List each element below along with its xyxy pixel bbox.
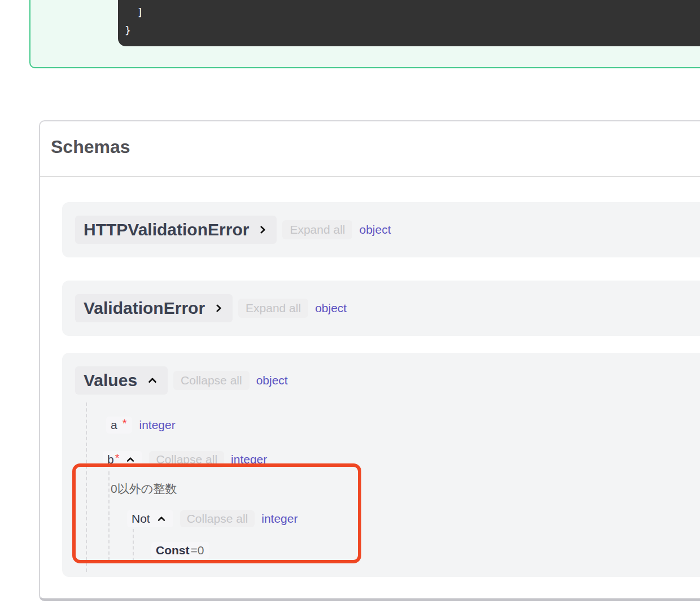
property-label: a xyxy=(111,418,117,432)
required-star: * xyxy=(123,417,127,430)
response-example-panel: ] } xyxy=(29,0,700,68)
property-type-label: integer xyxy=(231,453,267,466)
schemas-section: Schemas HTTPValidationError Expand all o… xyxy=(39,120,700,601)
const-value: =0 xyxy=(191,544,204,557)
chevron-right-icon xyxy=(257,223,268,237)
model-row: ValidationError Expand all object xyxy=(62,281,700,336)
model-type-label: object xyxy=(315,301,347,315)
schemas-section-title: Schemas xyxy=(51,137,130,157)
model-accordion-httpvalidationerror[interactable]: HTTPValidationError xyxy=(75,216,277,244)
keyword-type-label: integer xyxy=(261,512,298,526)
model-type-label: object xyxy=(359,223,391,237)
model-type-label: object xyxy=(256,374,288,387)
chevron-right-icon xyxy=(213,301,224,315)
response-code-text: ] } xyxy=(118,0,700,40)
model-accordion-validationerror[interactable]: ValidationError xyxy=(75,294,233,322)
property-row-a: a* integer xyxy=(106,415,700,435)
property-label: b xyxy=(107,453,114,466)
code-line-1: ] xyxy=(125,6,143,18)
expand-all-button[interactable]: Expand all xyxy=(238,299,308,318)
required-star: * xyxy=(115,452,120,465)
model-name: Values xyxy=(84,369,137,392)
model-row: HTTPValidationError Expand all object xyxy=(62,202,700,257)
property-description: 0以外の整数 xyxy=(111,480,700,497)
const-keyword-label: Const xyxy=(156,544,190,557)
collapse-all-button[interactable]: Collapse all xyxy=(149,451,224,468)
expand-all-button[interactable]: Expand all xyxy=(282,220,352,239)
page: ] } Schemas HTTPValidationError Expand a… xyxy=(0,0,700,604)
collapse-all-button[interactable]: Collapse all xyxy=(180,510,255,527)
property-name-a: a* xyxy=(106,417,132,434)
schemas-header: Schemas xyxy=(40,121,700,177)
model-card-values: Values Collapse all object a* integer b* xyxy=(62,353,700,577)
model-card-httpvalidationerror: HTTPValidationError Expand all object xyxy=(62,202,700,257)
chevron-up-icon xyxy=(146,375,159,386)
collapse-all-button[interactable]: Collapse all xyxy=(173,371,250,390)
const-keyword-row: Const=0 xyxy=(151,541,700,560)
code-line-2: } xyxy=(125,24,131,36)
property-accordion-b[interactable]: b* xyxy=(103,451,142,468)
model-card-validationerror: ValidationError Expand all object xyxy=(62,281,700,336)
tree-guide-level-3 xyxy=(133,529,134,561)
chevron-up-icon xyxy=(124,454,137,465)
not-accordion[interactable]: Not xyxy=(127,510,173,527)
property-type-label: integer xyxy=(139,418,175,432)
not-keyword-row: Not Collapse all integer xyxy=(127,509,700,528)
model-name: ValidationError xyxy=(84,297,205,319)
model-name: HTTPValidationError xyxy=(84,218,249,241)
const-chip: Const=0 xyxy=(151,542,209,559)
chevron-up-icon xyxy=(155,514,168,524)
model-accordion-values[interactable]: Values xyxy=(75,366,168,395)
model-row: Values Collapse all object xyxy=(62,353,700,395)
response-code-block: ] } xyxy=(118,0,700,46)
tree-guide-level-1 xyxy=(86,402,87,572)
keyword-label: Not xyxy=(132,512,150,526)
tree-guide-level-2 xyxy=(108,471,110,561)
property-row-b: b* Collapse all integer xyxy=(103,450,700,469)
